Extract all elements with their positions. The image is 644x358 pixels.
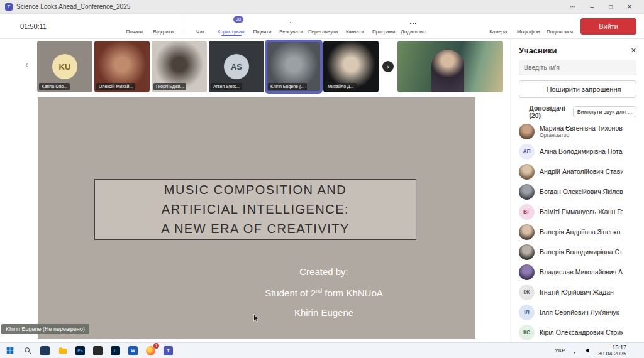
chat-icon <box>196 19 205 28</box>
mute-all-button[interactable]: Вимкнути звук для ... <box>573 106 636 117</box>
search-icon <box>23 346 32 355</box>
word-app[interactable]: W <box>127 345 139 357</box>
display-icon[interactable] <box>527 346 536 355</box>
avatar: АП <box>519 144 535 160</box>
strip-next-button[interactable]: › <box>382 61 394 72</box>
chevron-down-icon[interactable] <box>499 19 508 28</box>
slide-title-line: MUSIC COMPOSITION AND <box>95 180 416 200</box>
toolbar-button-rooms[interactable]: Кімнати <box>340 16 369 36</box>
participant-name: Валерія Андріївна Зіненко <box>540 228 623 236</box>
mic-muted-icon[interactable] <box>628 308 636 317</box>
participant-row[interactable]: КСКіріл Олександрович Стрижов <box>511 322 644 342</box>
mic-muted-icon[interactable] <box>628 227 636 236</box>
notifications-icon[interactable] <box>631 346 640 355</box>
search-input[interactable] <box>524 63 623 71</box>
apps-icon <box>379 19 388 28</box>
mic-muted-icon[interactable] <box>628 127 636 136</box>
participant-role: Організатор <box>540 132 623 138</box>
participant-row[interactable]: АПАліна Володимирівна Потап... <box>511 141 644 161</box>
teams-app[interactable]: T <box>162 345 174 357</box>
firefox-app[interactable]: 1 <box>145 345 157 357</box>
leave-button[interactable]: Вийти <box>580 18 636 35</box>
app-dark-1[interactable] <box>39 345 51 357</box>
shared-screen-area: MUSIC COMPOSITION AND ARTIFICIAL INTELLI… <box>0 94 511 342</box>
toolbar-button-more[interactable]: Додатково <box>398 16 428 36</box>
toolbar-button-chat[interactable]: Чат <box>186 16 215 36</box>
screen-share-icon <box>130 19 139 28</box>
start-button[interactable] <box>4 345 16 357</box>
participants-search[interactable] <box>519 60 636 75</box>
mic-muted-icon[interactable] <box>628 288 636 296</box>
presenters-section-header[interactable]: Доповідачі (20) <box>519 104 573 119</box>
participant-row[interactable]: ІЛІлля Сергійович Лук'янчук <box>511 302 644 322</box>
share-invite-icon <box>535 85 543 94</box>
toolbar-button-open[interactable]: Відкрити <box>149 16 178 36</box>
hangup-icon <box>587 22 596 31</box>
participant-row[interactable]: Марина Євгенівна ТихоноваОрганізатор <box>511 121 644 141</box>
wifi-icon[interactable] <box>570 346 579 355</box>
video-tile[interactable]: ASArsen Stets... <box>209 41 264 92</box>
mic-muted-icon[interactable] <box>628 328 636 337</box>
mic-muted-icon[interactable] <box>628 207 636 216</box>
participant-row[interactable]: ВГВаіміті Еммануель Жанн Гедон <box>511 202 644 222</box>
video-tile[interactable]: Михайло Д... <box>323 41 379 92</box>
slide-title-box: MUSIC COMPOSITION AND ARTIFICIAL INTELLI… <box>94 179 416 240</box>
mic-muted-icon[interactable] <box>628 268 636 276</box>
video-tile-name: Karina Udo... <box>39 83 70 90</box>
toolbar-button-label: Кімнати <box>343 29 367 35</box>
toolbar-button-mic[interactable]: Мікрофон <box>514 16 543 36</box>
participant-row[interactable]: ІЖІгнатій Юрійович Жадан <box>511 282 644 302</box>
share-invite-button[interactable]: Поширити запрошення <box>519 80 636 98</box>
clock[interactable]: 15:17 30.04.2025 <box>598 344 626 357</box>
app-dark-2[interactable] <box>92 345 104 357</box>
video-tile-presenter[interactable] <box>397 41 503 92</box>
chevron-down-icon <box>519 107 526 116</box>
window-close-button[interactable]: ✕ <box>620 3 639 10</box>
window-minimize-button[interactable]: – <box>582 3 601 10</box>
video-tile[interactable]: Khirin Eugene (... <box>266 41 321 92</box>
toolbar-button-view[interactable]: Переглянути <box>306 16 340 36</box>
participant-row[interactable]: Владислав Миколайович Ав... <box>511 262 644 282</box>
video-tile[interactable]: Гиоргі Еджи... <box>152 41 207 92</box>
photoshop-app[interactable]: Ps <box>74 345 86 357</box>
mic-muted-icon[interactable] <box>628 147 636 156</box>
toolbar-button-camera[interactable]: Камера <box>484 16 513 36</box>
lightroom-app[interactable]: L <box>109 345 121 357</box>
participant-row[interactable]: Андрій Анатолійович Ставиц... <box>511 161 644 182</box>
toolbar-button-share[interactable]: Поділитися <box>544 16 575 36</box>
toolbar-button-label: Підняти <box>250 29 274 35</box>
window-more-button[interactable]: ⋯ <box>564 3 582 10</box>
video-tile-name: Arsen Stets... <box>211 83 242 90</box>
search-button[interactable] <box>21 345 33 357</box>
presentation-slide: MUSIC COMPOSITION AND ARTIFICIAL INTELLI… <box>38 97 475 339</box>
close-panel-button[interactable]: ✕ <box>631 46 636 55</box>
strip-prev-button[interactable]: ‹ <box>25 59 28 70</box>
video-tile[interactable]: KUKarina Udo... <box>37 41 92 92</box>
chevron-down-icon[interactable] <box>621 22 630 31</box>
participant-name: Андрій Анатолійович Ставиц... <box>540 168 623 175</box>
chevron-down-icon[interactable] <box>560 19 569 28</box>
explorer-app[interactable] <box>57 345 69 357</box>
window-maximize-button[interactable]: □ <box>601 3 620 10</box>
participant-row[interactable]: Валерія Володимирівна Ставі... <box>511 242 644 262</box>
toolbar-button-label: Додатково <box>401 29 425 35</box>
app-dark-1-icon <box>40 346 50 355</box>
participant-row[interactable]: Богдан Олексійович Якілевсь... <box>511 182 644 202</box>
participant-row[interactable]: Валерія Андріївна Зіненко <box>511 222 644 242</box>
toolbar-button-start[interactable]: Почати <box>120 16 149 36</box>
chevron-down-icon[interactable] <box>529 19 538 28</box>
mic-muted-icon[interactable] <box>628 167 636 176</box>
video-tile[interactable]: Олексій Михай... <box>94 41 150 92</box>
mic-muted-icon[interactable] <box>628 247 636 256</box>
toolbar-button-apps[interactable]: Програми <box>369 16 398 36</box>
tray-expand-icon[interactable] <box>513 346 522 355</box>
toolbar-button-people[interactable]: 38Користувачі <box>215 16 248 36</box>
tray-mic-icon[interactable] <box>541 346 550 355</box>
toolbar-button-raise[interactable]: Підняти <box>248 16 277 36</box>
mic-muted-icon[interactable] <box>628 187 636 196</box>
taskbar-apps: PsLW1T <box>4 345 174 357</box>
volume-icon[interactable] <box>584 346 593 355</box>
avatar <box>519 264 535 280</box>
toolbar-button-react[interactable]: Реагувати <box>277 16 306 36</box>
language-indicator[interactable]: УКР <box>555 347 565 354</box>
